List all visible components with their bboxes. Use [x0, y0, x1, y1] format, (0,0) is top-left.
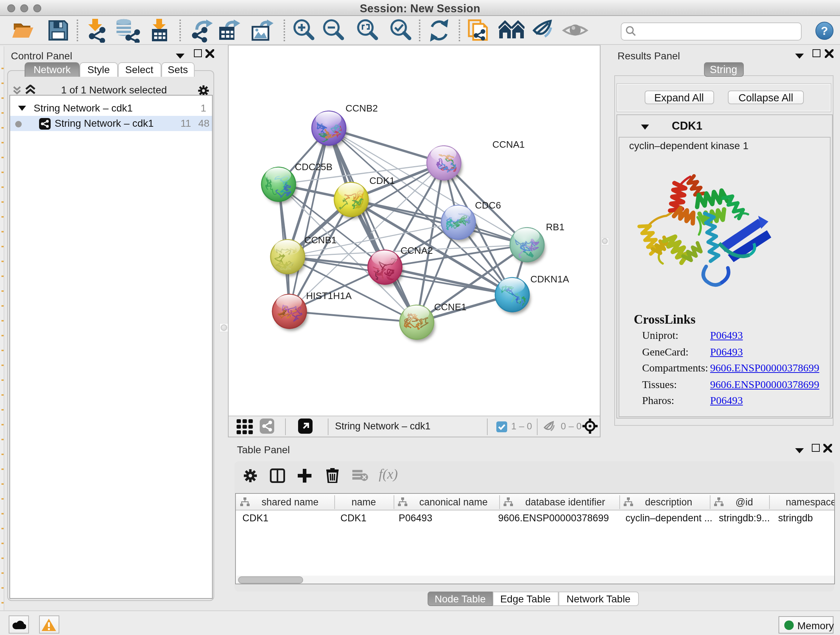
svg-text:CCNA1: CCNA1	[492, 139, 524, 150]
svg-text:RB1: RB1	[546, 222, 564, 233]
svg-text:CDK1: CDK1	[369, 175, 394, 186]
svg-text:CCNE1: CCNE1	[434, 302, 466, 312]
svg-text:CDC25B: CDC25B	[294, 162, 332, 172]
svg-text:CDC6: CDC6	[475, 200, 501, 211]
svg-text:CCNB1: CCNB1	[304, 234, 336, 245]
svg-text:CDKN1A: CDKN1A	[530, 274, 569, 285]
svg-text:HIST1H1A: HIST1H1A	[306, 290, 352, 301]
svg-text:CCNB2: CCNB2	[345, 103, 377, 114]
svg-text:CCNA2: CCNA2	[400, 245, 432, 256]
